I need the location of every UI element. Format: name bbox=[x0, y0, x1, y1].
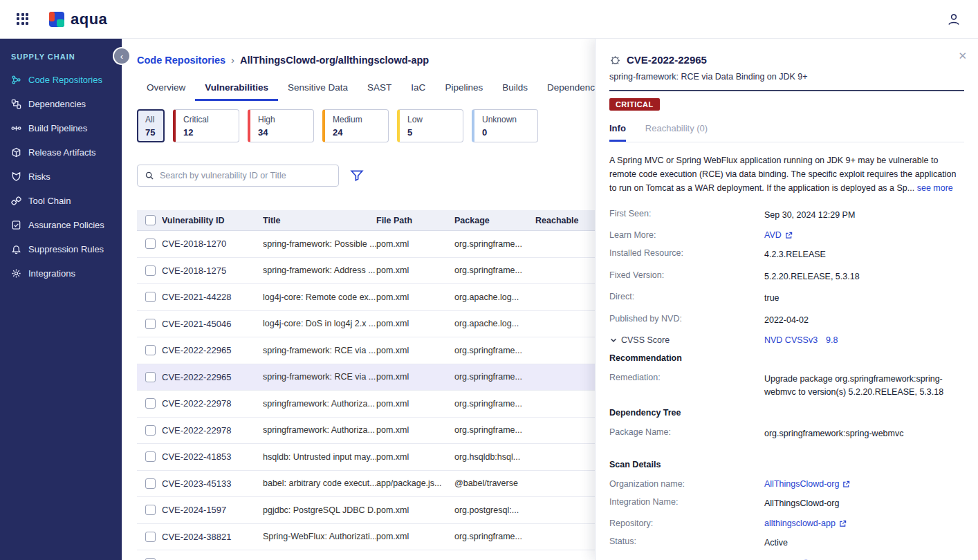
field-repository: Repository: allthingsclowd-app bbox=[609, 519, 964, 528]
field-remediation: Remediation: Upgrade package org.springf… bbox=[609, 373, 964, 400]
nvd-cvssv3-link[interactable]: NVD CVSSv3 bbox=[764, 335, 818, 345]
dependency-tree-heading: Dependency Tree bbox=[609, 408, 964, 418]
column-header-reachable[interactable]: Reachable bbox=[535, 216, 599, 225]
row-checkbox[interactable] bbox=[145, 239, 156, 249]
column-header-title[interactable]: Title bbox=[263, 216, 376, 225]
vulnerability-icon bbox=[609, 54, 621, 66]
recommendation-heading: Recommendation bbox=[609, 353, 964, 363]
severity-card-critical[interactable]: Critical 12 bbox=[173, 109, 239, 142]
severity-card-medium[interactable]: Medium 24 bbox=[322, 109, 389, 142]
tab-vulnerabilities[interactable]: Vulnerabilities bbox=[195, 75, 278, 101]
table-row[interactable]: CVE-2016-5007 spring: Path matching inco… bbox=[137, 550, 599, 560]
vulnerability-detail-panel: ✕ CVE-2022-22965 spring-framework: RCE v… bbox=[595, 39, 978, 560]
sidebar-collapse-button[interactable]: ‹ bbox=[114, 48, 129, 64]
user-account-icon[interactable] bbox=[946, 12, 961, 27]
panel-title: CVE-2022-22965 bbox=[627, 54, 707, 66]
app-grid-icon[interactable] bbox=[17, 13, 29, 26]
sidebar-item-dependencies[interactable]: Dependencies bbox=[0, 92, 122, 116]
severity-label: All bbox=[145, 115, 156, 124]
code-repositories-icon bbox=[11, 75, 21, 85]
breadcrumb-current: AllThingsClowd-org/allthingsclowd-app bbox=[240, 55, 429, 66]
field-direct: Direct: true bbox=[609, 292, 964, 305]
table-row[interactable]: CVE-2023-45133 babel: arbitrary code exe… bbox=[137, 471, 599, 498]
avd-link[interactable]: AVD bbox=[764, 230, 793, 240]
tab-iac[interactable]: IaC bbox=[401, 75, 435, 101]
table-row-selected[interactable]: CVE-2022-22965 spring-framework: RCE via… bbox=[137, 364, 599, 391]
repository-link[interactable]: allthingsclowd-app bbox=[764, 519, 847, 528]
column-header-vulnerability-id[interactable]: Vulnerability ID bbox=[162, 216, 263, 225]
cvss-score-toggle[interactable]: CVSS Score bbox=[609, 335, 764, 345]
sidebar-item-build-pipelines[interactable]: Build Pipelines bbox=[0, 116, 122, 140]
table-row[interactable]: CVE-2024-38821 Spring-WebFlux: Authoriza… bbox=[137, 524, 599, 551]
sidebar-item-release-artifacts[interactable]: Release Artifacts bbox=[0, 140, 122, 165]
row-checkbox[interactable] bbox=[145, 425, 156, 436]
suppression-rules-icon bbox=[11, 244, 21, 254]
tool-chain-icon bbox=[11, 196, 21, 206]
see-more-link[interactable]: see more bbox=[917, 183, 953, 193]
dependencies-icon bbox=[11, 99, 21, 109]
row-checkbox[interactable] bbox=[145, 478, 156, 489]
table-row[interactable]: CVE-2021-44228 log4j-core: Remote code e… bbox=[137, 284, 599, 311]
tab-pipelines[interactable]: Pipelines bbox=[435, 75, 492, 101]
sidebar-item-code-repositories[interactable]: Code Repositories bbox=[0, 68, 122, 92]
field-first-seen: First Seen: Sep 30, 2024 12:29 PM bbox=[609, 209, 964, 222]
field-learn-more: Learn More: AVD bbox=[609, 230, 964, 240]
row-checkbox[interactable] bbox=[145, 292, 156, 302]
sidebar: SUPPLY CHAIN Code Repositories Dependenc… bbox=[0, 39, 122, 560]
table-row[interactable]: CVE-2022-22978 springframework: Authoriz… bbox=[137, 391, 599, 418]
severity-card-all[interactable]: All 75 bbox=[137, 109, 165, 142]
panel-tab-info[interactable]: Info bbox=[609, 123, 626, 142]
panel-subtitle: spring-framework: RCE via Data Binding o… bbox=[609, 72, 964, 82]
external-link-icon bbox=[785, 232, 793, 239]
sidebar-item-integrations[interactable]: Integrations bbox=[0, 261, 122, 286]
sidebar-item-label: Suppression Rules bbox=[28, 244, 104, 254]
table-header-row: Vulnerability ID Title File Path Package… bbox=[137, 210, 599, 231]
severity-count: 12 bbox=[183, 127, 231, 138]
search-input[interactable] bbox=[160, 171, 331, 180]
row-checkbox[interactable] bbox=[145, 319, 156, 329]
close-icon[interactable]: ✕ bbox=[958, 50, 967, 62]
table-row[interactable]: CVE-2018-1275 spring-framework: Address … bbox=[137, 258, 599, 285]
organization-link[interactable]: AllThingsClowd-org bbox=[764, 479, 850, 489]
sidebar-item-risks[interactable]: Risks bbox=[0, 165, 122, 189]
table-row[interactable]: CVE-2018-1270 spring-framework: Possible… bbox=[137, 231, 599, 258]
scan-details-heading: Scan Details bbox=[609, 460, 964, 469]
table-row[interactable]: CVE-2024-1597 pgjdbc: PostgreSQL JDBC D.… bbox=[137, 497, 599, 524]
field-published-nvd: Published by NVD: 2022-04-02 bbox=[609, 314, 964, 327]
table-row[interactable]: CVE-2022-41853 hsqldb: Untrusted input m… bbox=[137, 444, 599, 471]
row-checkbox[interactable] bbox=[145, 398, 156, 409]
row-checkbox[interactable] bbox=[145, 505, 156, 515]
panel-tab-reachability[interactable]: Reachability (0) bbox=[645, 123, 708, 142]
row-checkbox[interactable] bbox=[145, 372, 156, 382]
filter-icon[interactable] bbox=[350, 169, 364, 183]
tab-overview[interactable]: Overview bbox=[137, 75, 195, 101]
sidebar-item-assurance-policies[interactable]: Assurance Policies bbox=[0, 213, 122, 237]
severity-label: Medium bbox=[333, 115, 380, 124]
column-header-package[interactable]: Package bbox=[454, 216, 535, 225]
sidebar-item-label: Code Repositories bbox=[28, 75, 102, 85]
aqua-logo-text: aqua bbox=[71, 10, 107, 28]
table-row[interactable]: CVE-2021-45046 log4j-core: DoS in log4j … bbox=[137, 311, 599, 338]
severity-card-high[interactable]: High 34 bbox=[248, 109, 314, 142]
tab-sensitive-data[interactable]: Sensitive Data bbox=[278, 75, 358, 101]
tab-builds[interactable]: Builds bbox=[492, 75, 537, 101]
sidebar-item-tool-chain[interactable]: Tool Chain bbox=[0, 189, 122, 213]
select-all-checkbox[interactable] bbox=[145, 215, 156, 225]
table-row[interactable]: CVE-2022-22978 springframework: Authoriz… bbox=[137, 418, 599, 445]
severity-card-unknown[interactable]: Unknown 0 bbox=[472, 109, 538, 142]
row-checkbox[interactable] bbox=[145, 345, 156, 355]
row-checkbox[interactable] bbox=[145, 451, 156, 462]
tab-sast[interactable]: SAST bbox=[358, 75, 401, 101]
row-checkbox[interactable] bbox=[145, 265, 156, 276]
sidebar-item-label: Assurance Policies bbox=[28, 220, 104, 230]
column-header-file-path[interactable]: File Path bbox=[376, 216, 454, 225]
cvss-score-row: CVSS Score NVD CVSSv3 9.8 bbox=[609, 335, 964, 345]
breadcrumb-root-link[interactable]: Code Repositories bbox=[137, 55, 225, 66]
severity-card-low[interactable]: Low 5 bbox=[397, 109, 463, 142]
table-row[interactable]: CVE-2022-22965 spring-framework: RCE via… bbox=[137, 337, 599, 364]
sidebar-section-title: SUPPLY CHAIN bbox=[0, 39, 122, 68]
sidebar-item-suppression-rules[interactable]: Suppression Rules bbox=[0, 237, 122, 261]
severity-count: 34 bbox=[258, 127, 306, 138]
row-checkbox[interactable] bbox=[145, 532, 156, 542]
panel-divider bbox=[609, 90, 964, 91]
